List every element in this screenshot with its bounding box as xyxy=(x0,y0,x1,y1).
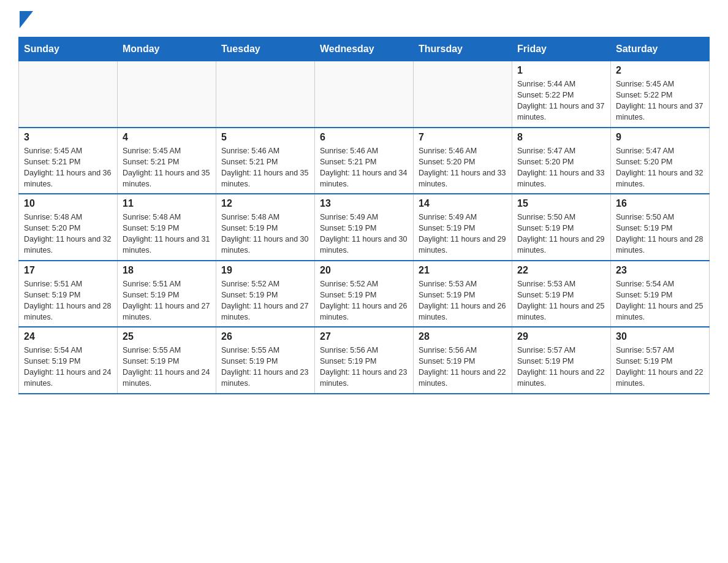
calendar-cell: 23Sunrise: 5:54 AMSunset: 5:19 PMDayligh… xyxy=(611,261,710,327)
day-number: 10 xyxy=(24,198,112,209)
calendar-cell xyxy=(19,61,118,128)
day-info: Sunrise: 5:44 AMSunset: 5:22 PMDaylight:… xyxy=(517,79,605,123)
svg-marker-0 xyxy=(20,11,33,28)
calendar-cell: 29Sunrise: 5:57 AMSunset: 5:19 PMDayligh… xyxy=(512,327,611,394)
day-info: Sunrise: 5:46 AMSunset: 5:20 PMDaylight:… xyxy=(419,145,507,190)
calendar-cell: 13Sunrise: 5:49 AMSunset: 5:19 PMDayligh… xyxy=(315,194,414,261)
day-info: Sunrise: 5:56 AMSunset: 5:19 PMDaylight:… xyxy=(320,345,408,389)
day-number: 2 xyxy=(616,65,704,76)
calendar-cell: 22Sunrise: 5:53 AMSunset: 5:19 PMDayligh… xyxy=(512,261,611,327)
day-number: 7 xyxy=(419,132,507,143)
calendar-table: SundayMondayTuesdayWednesdayThursdayFrid… xyxy=(18,37,710,394)
calendar-cell: 30Sunrise: 5:57 AMSunset: 5:19 PMDayligh… xyxy=(611,327,710,394)
day-of-week-header: Saturday xyxy=(611,37,710,61)
calendar-cell: 28Sunrise: 5:56 AMSunset: 5:19 PMDayligh… xyxy=(414,327,512,394)
day-number: 9 xyxy=(616,132,704,143)
calendar-cell: 20Sunrise: 5:52 AMSunset: 5:19 PMDayligh… xyxy=(315,261,414,327)
logo xyxy=(18,12,33,28)
day-info: Sunrise: 5:45 AMSunset: 5:21 PMDaylight:… xyxy=(123,145,211,190)
day-of-week-header: Thursday xyxy=(414,37,512,61)
logo-triangle-icon xyxy=(20,11,33,28)
day-number: 3 xyxy=(24,132,112,143)
day-info: Sunrise: 5:50 AMSunset: 5:19 PMDaylight:… xyxy=(616,212,704,256)
calendar-cell: 12Sunrise: 5:48 AMSunset: 5:19 PMDayligh… xyxy=(216,194,315,261)
page-header xyxy=(18,12,710,28)
calendar-cell: 3Sunrise: 5:45 AMSunset: 5:21 PMDaylight… xyxy=(19,128,118,194)
day-info: Sunrise: 5:50 AMSunset: 5:19 PMDaylight:… xyxy=(517,212,605,256)
calendar-cell: 5Sunrise: 5:46 AMSunset: 5:21 PMDaylight… xyxy=(216,128,315,194)
day-number: 26 xyxy=(221,331,309,342)
calendar-cell: 1Sunrise: 5:44 AMSunset: 5:22 PMDaylight… xyxy=(512,61,611,128)
calendar-cell xyxy=(414,61,512,128)
calendar-cell: 19Sunrise: 5:52 AMSunset: 5:19 PMDayligh… xyxy=(216,261,315,327)
day-info: Sunrise: 5:53 AMSunset: 5:19 PMDaylight:… xyxy=(419,278,507,323)
calendar-week-row: 24Sunrise: 5:54 AMSunset: 5:19 PMDayligh… xyxy=(19,327,710,394)
day-number: 25 xyxy=(123,331,211,342)
day-info: Sunrise: 5:57 AMSunset: 5:19 PMDaylight:… xyxy=(616,345,704,389)
day-of-week-header: Friday xyxy=(512,37,611,61)
day-info: Sunrise: 5:48 AMSunset: 5:20 PMDaylight:… xyxy=(24,212,112,256)
calendar-cell: 21Sunrise: 5:53 AMSunset: 5:19 PMDayligh… xyxy=(414,261,512,327)
calendar-cell: 7Sunrise: 5:46 AMSunset: 5:20 PMDaylight… xyxy=(414,128,512,194)
day-number: 14 xyxy=(419,198,507,209)
day-info: Sunrise: 5:45 AMSunset: 5:21 PMDaylight:… xyxy=(24,145,112,190)
day-number: 6 xyxy=(320,132,408,143)
calendar-cell: 9Sunrise: 5:47 AMSunset: 5:20 PMDaylight… xyxy=(611,128,710,194)
calendar-cell: 8Sunrise: 5:47 AMSunset: 5:20 PMDaylight… xyxy=(512,128,611,194)
day-number: 8 xyxy=(517,132,605,143)
day-number: 16 xyxy=(616,198,704,209)
calendar-header-row: SundayMondayTuesdayWednesdayThursdayFrid… xyxy=(19,37,710,61)
day-number: 24 xyxy=(24,331,112,342)
day-info: Sunrise: 5:57 AMSunset: 5:19 PMDaylight:… xyxy=(517,345,605,389)
day-info: Sunrise: 5:46 AMSunset: 5:21 PMDaylight:… xyxy=(221,145,309,190)
calendar-cell: 24Sunrise: 5:54 AMSunset: 5:19 PMDayligh… xyxy=(19,327,118,394)
day-of-week-header: Tuesday xyxy=(216,37,315,61)
day-number: 20 xyxy=(320,265,408,276)
day-info: Sunrise: 5:54 AMSunset: 5:19 PMDaylight:… xyxy=(24,345,112,389)
calendar-week-row: 10Sunrise: 5:48 AMSunset: 5:20 PMDayligh… xyxy=(19,194,710,261)
day-number: 27 xyxy=(320,331,408,342)
day-info: Sunrise: 5:54 AMSunset: 5:19 PMDaylight:… xyxy=(616,278,704,323)
calendar-cell: 18Sunrise: 5:51 AMSunset: 5:19 PMDayligh… xyxy=(118,261,216,327)
calendar-cell xyxy=(118,61,216,128)
day-number: 4 xyxy=(123,132,211,143)
calendar-cell: 27Sunrise: 5:56 AMSunset: 5:19 PMDayligh… xyxy=(315,327,414,394)
calendar-cell: 17Sunrise: 5:51 AMSunset: 5:19 PMDayligh… xyxy=(19,261,118,327)
day-info: Sunrise: 5:48 AMSunset: 5:19 PMDaylight:… xyxy=(221,212,309,256)
calendar-cell: 4Sunrise: 5:45 AMSunset: 5:21 PMDaylight… xyxy=(118,128,216,194)
calendar-cell: 10Sunrise: 5:48 AMSunset: 5:20 PMDayligh… xyxy=(19,194,118,261)
day-info: Sunrise: 5:46 AMSunset: 5:21 PMDaylight:… xyxy=(320,145,408,190)
day-info: Sunrise: 5:48 AMSunset: 5:19 PMDaylight:… xyxy=(123,212,211,256)
calendar-week-row: 17Sunrise: 5:51 AMSunset: 5:19 PMDayligh… xyxy=(19,261,710,327)
day-number: 5 xyxy=(221,132,309,143)
day-number: 15 xyxy=(517,198,605,209)
day-number: 29 xyxy=(517,331,605,342)
day-info: Sunrise: 5:56 AMSunset: 5:19 PMDaylight:… xyxy=(419,345,507,389)
calendar-cell: 11Sunrise: 5:48 AMSunset: 5:19 PMDayligh… xyxy=(118,194,216,261)
day-number: 11 xyxy=(123,198,211,209)
day-info: Sunrise: 5:47 AMSunset: 5:20 PMDaylight:… xyxy=(616,145,704,190)
day-number: 30 xyxy=(616,331,704,342)
day-number: 19 xyxy=(221,265,309,276)
day-number: 23 xyxy=(616,265,704,276)
day-info: Sunrise: 5:52 AMSunset: 5:19 PMDaylight:… xyxy=(320,278,408,323)
day-info: Sunrise: 5:55 AMSunset: 5:19 PMDaylight:… xyxy=(221,345,309,389)
calendar-cell xyxy=(315,61,414,128)
calendar-cell: 2Sunrise: 5:45 AMSunset: 5:22 PMDaylight… xyxy=(611,61,710,128)
day-info: Sunrise: 5:55 AMSunset: 5:19 PMDaylight:… xyxy=(123,345,211,389)
calendar-week-row: 3Sunrise: 5:45 AMSunset: 5:21 PMDaylight… xyxy=(19,128,710,194)
day-number: 12 xyxy=(221,198,309,209)
day-info: Sunrise: 5:49 AMSunset: 5:19 PMDaylight:… xyxy=(320,212,408,256)
day-info: Sunrise: 5:51 AMSunset: 5:19 PMDaylight:… xyxy=(24,278,112,323)
day-number: 1 xyxy=(517,65,605,76)
day-info: Sunrise: 5:47 AMSunset: 5:20 PMDaylight:… xyxy=(517,145,605,190)
day-number: 22 xyxy=(517,265,605,276)
calendar-cell xyxy=(216,61,315,128)
calendar-body: 1Sunrise: 5:44 AMSunset: 5:22 PMDaylight… xyxy=(19,61,710,394)
calendar-cell: 25Sunrise: 5:55 AMSunset: 5:19 PMDayligh… xyxy=(118,327,216,394)
day-of-week-header: Sunday xyxy=(19,37,118,61)
day-of-week-header: Monday xyxy=(118,37,216,61)
day-info: Sunrise: 5:53 AMSunset: 5:19 PMDaylight:… xyxy=(517,278,605,323)
calendar-cell: 6Sunrise: 5:46 AMSunset: 5:21 PMDaylight… xyxy=(315,128,414,194)
calendar-cell: 15Sunrise: 5:50 AMSunset: 5:19 PMDayligh… xyxy=(512,194,611,261)
